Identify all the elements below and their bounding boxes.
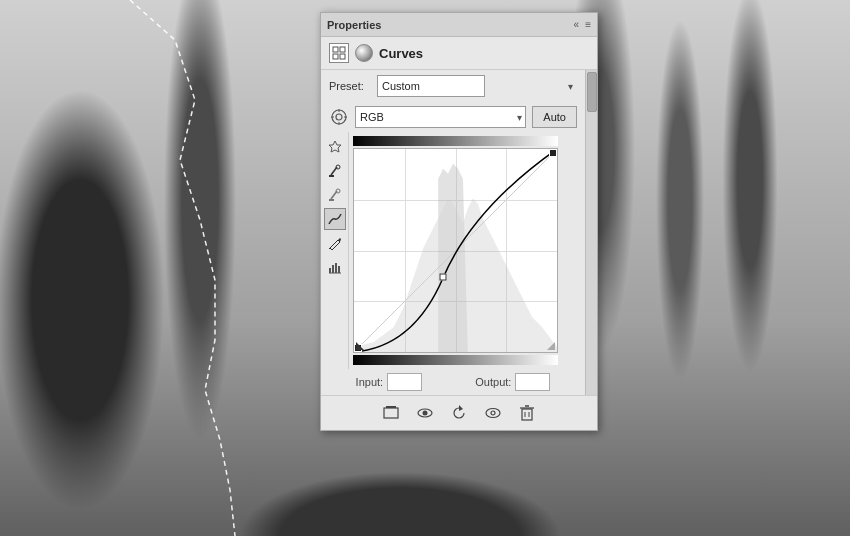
clip-hint-right bbox=[547, 342, 555, 350]
panel-title: Properties bbox=[327, 19, 381, 31]
output-field: Output: bbox=[475, 373, 550, 391]
histogram-view-tool[interactable] bbox=[324, 256, 346, 278]
layer-icon bbox=[329, 43, 349, 63]
tools-sidebar bbox=[321, 132, 349, 369]
svg-point-29 bbox=[491, 411, 495, 415]
bottom-gradient-bar bbox=[353, 355, 558, 365]
auto-button[interactable]: Auto bbox=[532, 106, 577, 128]
svg-rect-30 bbox=[522, 409, 532, 420]
svg-rect-20 bbox=[338, 266, 340, 273]
panel-menu-icon[interactable]: ≡ bbox=[585, 19, 591, 30]
channel-select[interactable]: RGB Red Green Blue bbox=[355, 106, 526, 128]
top-gradient-bar bbox=[353, 136, 558, 146]
curve-svg bbox=[354, 149, 557, 352]
properties-panel: Properties « ≡ Curves Preset: Cu bbox=[320, 12, 598, 431]
curve-anchor-end[interactable] bbox=[549, 149, 557, 157]
panel-header: Curves bbox=[321, 37, 597, 70]
curve-control-point[interactable] bbox=[440, 273, 447, 280]
preset-select-wrapper: Custom Default Strong Contrast Linear Co… bbox=[377, 75, 577, 97]
svg-rect-23 bbox=[384, 408, 398, 418]
preset-select[interactable]: Custom Default Strong Contrast Linear Co… bbox=[377, 75, 485, 97]
pencil-draw-tool[interactable] bbox=[324, 232, 346, 254]
svg-rect-17 bbox=[329, 268, 331, 273]
eye-visibility-button[interactable] bbox=[412, 401, 438, 425]
panel-title-icons: « ≡ bbox=[574, 19, 591, 30]
panel-titlebar: Properties « ≡ bbox=[321, 13, 597, 37]
curve-adjust-tool[interactable] bbox=[324, 208, 346, 230]
svg-rect-24 bbox=[386, 406, 396, 408]
svg-rect-15 bbox=[329, 199, 334, 201]
svg-point-5 bbox=[336, 114, 342, 120]
output-value[interactable] bbox=[515, 373, 550, 391]
svg-rect-1 bbox=[340, 47, 345, 52]
panel-scrollbar[interactable] bbox=[585, 70, 597, 395]
delete-button[interactable] bbox=[514, 401, 540, 425]
channel-select-wrapper: RGB Red Green Blue bbox=[355, 106, 526, 128]
eyedropper-white-tool[interactable] bbox=[324, 136, 346, 158]
curves-graph-wrapper bbox=[349, 132, 585, 369]
panel-body: Preset: Custom Default Strong Contrast L… bbox=[321, 70, 597, 395]
clip-hint-left bbox=[356, 342, 364, 350]
panel-content: Preset: Custom Default Strong Contrast L… bbox=[321, 70, 585, 395]
preset-label: Preset: bbox=[329, 80, 371, 92]
eyedropper-black-tool[interactable] bbox=[324, 160, 346, 182]
svg-rect-19 bbox=[335, 263, 337, 273]
svg-point-26 bbox=[423, 411, 428, 416]
io-row: Input: Output: bbox=[321, 369, 585, 395]
svg-line-16 bbox=[329, 248, 330, 249]
input-label: Input: bbox=[356, 376, 384, 388]
input-value[interactable] bbox=[387, 373, 422, 391]
channel-row: RGB Red Green Blue Auto bbox=[321, 102, 585, 132]
channel-target-adjust-icon bbox=[329, 107, 349, 127]
bottom-toolbar bbox=[321, 395, 597, 430]
preset-row: Preset: Custom Default Strong Contrast L… bbox=[321, 70, 585, 102]
scrollbar-thumb[interactable] bbox=[587, 72, 597, 112]
half-circle-icon bbox=[355, 44, 373, 62]
output-label: Output: bbox=[475, 376, 511, 388]
eyedropper-gray-tool[interactable] bbox=[324, 184, 346, 206]
svg-rect-3 bbox=[340, 54, 345, 59]
svg-point-28 bbox=[486, 409, 500, 418]
svg-rect-0 bbox=[333, 47, 338, 52]
svg-rect-2 bbox=[333, 54, 338, 59]
eye-button[interactable] bbox=[480, 401, 506, 425]
tools-graph-area bbox=[321, 132, 585, 369]
svg-marker-27 bbox=[459, 405, 463, 411]
curves-graph[interactable] bbox=[353, 148, 558, 353]
svg-rect-18 bbox=[332, 265, 334, 273]
panel-collapse-icon[interactable]: « bbox=[574, 19, 580, 30]
clip-to-layer-button[interactable] bbox=[378, 401, 404, 425]
curves-label: Curves bbox=[379, 46, 423, 61]
reset-button[interactable] bbox=[446, 401, 472, 425]
input-field: Input: bbox=[356, 373, 423, 391]
svg-point-4 bbox=[332, 110, 346, 124]
svg-rect-12 bbox=[329, 175, 334, 177]
